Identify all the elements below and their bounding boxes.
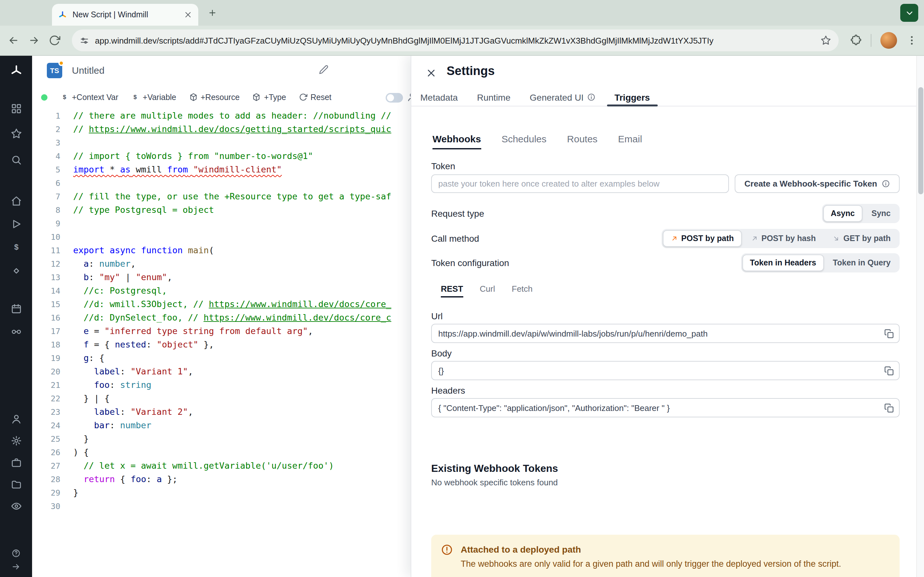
snippet-tab-rest[interactable]: REST <box>441 280 463 297</box>
menu-kebab-icon[interactable] <box>906 35 918 46</box>
trigger-tab-schedules[interactable]: Schedules <box>501 127 546 149</box>
trigger-tab-email[interactable]: Email <box>618 127 642 149</box>
bookmark-star-icon[interactable] <box>821 35 831 45</box>
sidebar-arrow-right-button[interactable] <box>8 558 24 575</box>
toolbar-reset-button[interactable]: Reset <box>299 93 331 102</box>
line-number: 4 <box>32 149 60 163</box>
toolbar-context-var-button[interactable]: $+Context Var <box>60 93 118 102</box>
toolbar-resource-button[interactable]: +Resource <box>189 93 240 102</box>
browser-corner-button[interactable] <box>900 4 918 22</box>
toolbar-type-button[interactable]: +Type <box>252 93 286 102</box>
line-number: 18 <box>32 338 60 351</box>
option-label: Token in Query <box>833 258 891 268</box>
code-line: a: number, <box>73 257 411 271</box>
reload-button[interactable] <box>49 35 60 46</box>
tab-close-icon[interactable] <box>184 10 192 19</box>
toolbar-variable-button[interactable]: $+Variable <box>131 93 176 102</box>
address-bar[interactable]: app.windmill.dev/scripts/add#JTdCJTIyaGF… <box>72 29 838 51</box>
sidebar-flow-button[interactable] <box>8 262 24 279</box>
url-field[interactable]: https://app.windmill.dev/api/w/windmill-… <box>431 324 900 343</box>
scrollbar-thumb[interactable] <box>918 87 923 194</box>
create-webhook-token-button[interactable]: Create a Webhook-specific Token <box>735 174 900 193</box>
code-line <box>73 176 411 190</box>
sidebar-apps-button[interactable] <box>8 100 24 117</box>
copy-headers-button[interactable] <box>881 400 897 416</box>
browser-toolbar: app.windmill.dev/scripts/add#JTdCJTIyaGF… <box>0 26 924 56</box>
line-number: 26 <box>32 446 60 459</box>
call-method-group: POST by pathPOST by hashGET by path <box>661 229 900 248</box>
tab-label: Generated UI <box>530 92 583 102</box>
arrow-up-right-icon <box>670 235 678 242</box>
option-post-by-path[interactable]: POST by path <box>662 230 741 247</box>
sidebar-play-button[interactable] <box>8 215 24 232</box>
line-number: 19 <box>32 351 60 365</box>
sidebar-link-button[interactable] <box>8 323 24 340</box>
option-label: POST by hash <box>761 234 816 243</box>
forward-button[interactable] <box>28 35 40 46</box>
toolbar-item-label: +Resource <box>200 93 240 102</box>
extensions-icon[interactable] <box>850 35 862 46</box>
tab-generated-ui[interactable]: Generated UI <box>530 89 595 106</box>
sidebar-gear-button[interactable] <box>8 432 24 449</box>
screen: New Script | Windmill app.windmill.dev/s… <box>0 0 924 577</box>
option-token-in-query[interactable]: Token in Query <box>825 255 898 271</box>
sidebar-home-button[interactable] <box>8 192 24 209</box>
request-type-label: Request type <box>431 208 484 219</box>
code-line <box>73 217 411 230</box>
profile-avatar[interactable] <box>880 32 897 49</box>
close-settings-button[interactable] <box>423 65 439 81</box>
new-tab-button[interactable] <box>205 6 220 20</box>
settings-title: Settings <box>447 64 495 78</box>
option-get-by-path[interactable]: GET by path <box>825 230 898 247</box>
sidebar-search-button[interactable] <box>8 151 24 168</box>
snippet-tab-curl[interactable]: Curl <box>480 280 495 297</box>
existing-tokens-title: Existing Webhook Tokens <box>431 463 558 474</box>
sidebar-briefcase-button[interactable] <box>8 454 24 471</box>
code-area[interactable]: 1234567891011121314151617181920212223242… <box>32 109 411 577</box>
trigger-tab-routes[interactable]: Routes <box>567 127 598 149</box>
code-line: f = { nested: "object" }, <box>73 338 411 351</box>
tab-triggers[interactable]: Triggers <box>614 89 650 106</box>
back-button[interactable] <box>8 35 19 46</box>
browser-tab[interactable]: New Script | Windmill <box>52 4 198 26</box>
call-method-row: Call method POST by pathPOST by hashGET … <box>431 229 900 248</box>
edit-title-icon[interactable] <box>319 65 328 74</box>
script-editor[interactable]: TS Untitled $+Context Var$+Variable+Reso… <box>32 56 411 577</box>
token-input[interactable] <box>431 174 729 193</box>
toolbar-item-label: Reset <box>310 93 331 102</box>
token-row: Create a Webhook-specific Token <box>431 174 900 193</box>
windmill-logo[interactable] <box>8 62 24 79</box>
sidebar-user-button[interactable] <box>8 410 24 427</box>
assistant-toggle[interactable] <box>386 93 403 103</box>
trigger-tab-webhooks[interactable]: Webhooks <box>433 127 481 149</box>
toggle-knob <box>387 94 394 101</box>
option-token-in-headers[interactable]: Token in Headers <box>742 255 824 271</box>
headers-field[interactable]: { "Content-Type": "application/json", "A… <box>431 398 900 417</box>
tab-metadata[interactable]: Metadata <box>420 89 458 106</box>
copy-url-button[interactable] <box>881 326 897 342</box>
tab-runtime[interactable]: Runtime <box>477 89 510 106</box>
assistant-icon <box>407 92 411 102</box>
url-value: https://app.windmill.dev/api/w/windmill-… <box>438 329 708 338</box>
token-config-label: Token configuration <box>431 258 509 268</box>
package-icon <box>189 93 197 101</box>
flow-icon <box>11 265 21 276</box>
sidebar-folder-button[interactable] <box>8 476 24 492</box>
line-number: 11 <box>32 243 60 257</box>
site-settings-icon[interactable] <box>79 35 89 45</box>
body-field[interactable]: {} <box>431 361 900 380</box>
option-sync[interactable]: Sync <box>864 205 898 222</box>
code-line: e = "inferred type string from default a… <box>73 324 411 338</box>
option-async[interactable]: Async <box>823 205 863 222</box>
sidebar-calendar-button[interactable] <box>8 300 24 317</box>
line-number: 16 <box>32 311 60 324</box>
line-number: 9 <box>32 217 60 230</box>
option-post-by-hash[interactable]: POST by hash <box>743 230 824 247</box>
warning-icon <box>441 544 453 556</box>
copy-body-button[interactable] <box>881 363 897 379</box>
toolbar-item-label: +Type <box>264 93 286 102</box>
sidebar-eye-button[interactable] <box>8 498 24 514</box>
sidebar-star-button[interactable] <box>8 125 24 142</box>
sidebar-dollar-button[interactable]: $ <box>8 239 24 255</box>
snippet-tab-fetch[interactable]: Fetch <box>512 280 533 297</box>
